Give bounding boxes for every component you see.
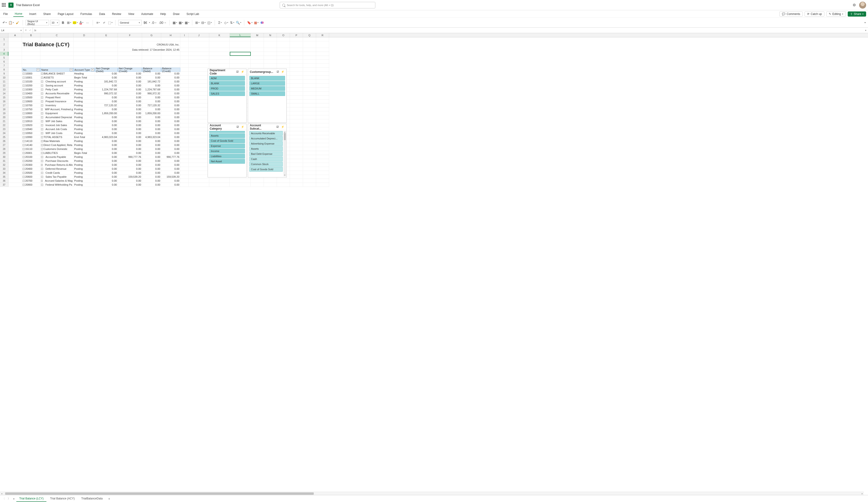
autosum-button[interactable]: Σ▾ (218, 20, 222, 26)
font-size-select[interactable]: 10 ▾ (50, 20, 59, 26)
tab-review[interactable]: Review (111, 11, 123, 17)
document-title[interactable]: Trial Balance Excel (16, 3, 40, 7)
sensitivity-button[interactable]: 🔖▾ (247, 20, 252, 26)
chevron-down-icon: ▾ (842, 13, 843, 15)
bold-button[interactable]: B (61, 20, 65, 26)
tab-page-layout[interactable]: Page Layout (56, 11, 75, 17)
share-label: Share (854, 12, 861, 16)
font-color-button[interactable]: A▾ (79, 20, 84, 26)
formula-bar-expand[interactable]: ▾ (863, 28, 868, 33)
merge-button[interactable]: ⬚▾ (108, 20, 112, 26)
name-box-value: L4 (1, 29, 4, 32)
pencil-icon: ✎ (829, 12, 831, 16)
copilot-button[interactable] (260, 20, 265, 26)
wrap-text-button[interactable]: ⤶ (102, 20, 106, 26)
app-launcher-icon[interactable] (2, 3, 6, 7)
chevron-down-icon: ▾ (46, 21, 47, 24)
format-cells-button[interactable]: ◫▾ (207, 20, 212, 26)
catch-up-icon: ⟳ (807, 12, 809, 16)
svg-point-1 (261, 21, 264, 24)
more-font-button[interactable]: ··· (85, 20, 90, 26)
currency-button[interactable]: $€ (143, 20, 148, 26)
borders-button[interactable]: ⊞▾ (67, 20, 71, 26)
font-size-value: 10 (52, 21, 54, 24)
number-format-value: General (120, 21, 129, 24)
ribbon-expand-button[interactable]: ▾ (865, 21, 866, 24)
tab-formulas[interactable]: Formulas (79, 11, 94, 17)
find-button[interactable]: 🔍▾ (236, 20, 241, 26)
editing-label: Editing (832, 12, 841, 16)
comment-icon: 💬 (782, 12, 785, 16)
chevron-down-icon: ▾ (862, 13, 864, 15)
decrease-decimal-button[interactable]: .0← (152, 20, 157, 26)
search-input[interactable]: Search for tools, help, and more (Alt + … (280, 2, 375, 8)
chevron-down-icon: ▾ (57, 21, 58, 24)
tab-share[interactable]: Share (42, 11, 52, 17)
catch-up-button[interactable]: ⟳ Catch up (805, 11, 824, 17)
number-format-select[interactable]: General ▾ (118, 20, 142, 26)
undo-button[interactable]: ↶▾ (2, 20, 7, 26)
tab-file[interactable]: File (2, 11, 9, 17)
search-icon (282, 4, 285, 7)
font-name-select[interactable]: Segoe UI (Body) ▾ (25, 20, 49, 26)
comments-button[interactable]: 💬 Comments (779, 11, 803, 17)
tab-script-lab[interactable]: Script Lab (185, 11, 200, 17)
cell-styles-button[interactable]: ▦▾ (185, 20, 189, 26)
addins-button[interactable]: ▦▾ (254, 20, 258, 26)
tab-draw[interactable]: Draw (172, 11, 181, 17)
excel-icon: X (8, 2, 13, 8)
tab-automate[interactable]: Automate (140, 11, 154, 17)
editing-mode-button[interactable]: ✎ Editing ▾ (826, 11, 846, 17)
chevron-down-icon: ▾ (21, 29, 22, 31)
tab-data[interactable]: Data (98, 11, 106, 17)
delete-cells-button[interactable]: ⊟▾ (201, 20, 206, 26)
format-table-button[interactable]: ▦▾ (178, 20, 183, 26)
share-button[interactable]: ⇪ Share ▾ (848, 11, 866, 17)
user-avatar[interactable] (859, 2, 866, 9)
search-placeholder: Search for tools, help, and more (Alt + … (287, 4, 334, 7)
formula-input[interactable] (38, 28, 863, 33)
tab-help[interactable]: Help (159, 11, 167, 17)
insert-cells-button[interactable]: ⊞▾ (195, 20, 200, 26)
catch-up-label: Catch up (810, 12, 822, 16)
sort-filter-button[interactable]: ⇅▾ (230, 20, 235, 26)
share-icon: ⇪ (850, 12, 852, 16)
tab-view[interactable]: View (127, 11, 136, 17)
settings-icon[interactable]: ⚙ (852, 3, 856, 7)
name-box[interactable]: L4 ▾ (0, 28, 23, 33)
clear-button[interactable]: ◇▾ (224, 20, 228, 26)
font-name-value: Segoe UI (Body) (27, 20, 46, 26)
format-painter-button[interactable]: 🖌 (15, 20, 20, 26)
formula-accept-button[interactable]: ✓ (29, 29, 31, 32)
conditional-format-button[interactable]: ▦▾ (172, 20, 177, 26)
clipboard-button[interactable]: 📋▾ (8, 20, 14, 26)
comments-label: Comments (787, 12, 800, 16)
chevron-down-icon: ▾ (139, 21, 140, 24)
tab-insert[interactable]: Insert (28, 11, 38, 17)
fx-button[interactable]: fx (33, 28, 38, 33)
increase-decimal-button[interactable]: .00→ (159, 20, 167, 26)
align-button[interactable]: ≡▾ (96, 20, 100, 26)
formula-cancel-button[interactable]: ✕ (25, 29, 27, 32)
tab-home[interactable]: Home (13, 11, 23, 17)
fill-color-button[interactable]: ◇▾ (73, 20, 78, 26)
